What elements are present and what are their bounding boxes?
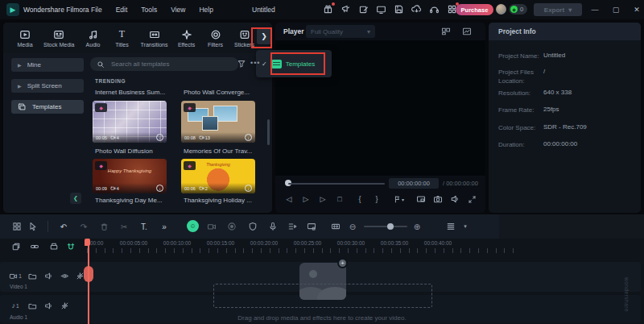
hide-track-icon[interactable] xyxy=(60,271,69,280)
playhead-handle[interactable] xyxy=(84,266,93,282)
playhead-flag[interactable] xyxy=(85,239,90,246)
monitor-icon[interactable] xyxy=(376,4,386,15)
download-icon[interactable]: ↓ xyxy=(245,185,252,192)
play-button[interactable]: ▷ xyxy=(316,193,330,205)
tab-filters[interactable]: Filters xyxy=(205,29,226,48)
more-options-icon[interactable]: ••• xyxy=(250,59,260,67)
maximize-button[interactable]: ▢ xyxy=(605,0,626,19)
previous-frame-button[interactable]: ◁ xyxy=(282,193,296,205)
menu-tools[interactable]: Tools xyxy=(141,6,157,14)
download-icon[interactable]: ↓ xyxy=(156,185,163,192)
cast-display-icon[interactable] xyxy=(414,193,428,205)
tab-titles[interactable]: T Titles xyxy=(112,29,133,48)
collapse-sidebar-button[interactable]: ❮ xyxy=(70,193,81,204)
zoom-slider-handle[interactable] xyxy=(387,223,394,230)
tab-effects[interactable]: Effects xyxy=(176,29,197,48)
headset-icon[interactable] xyxy=(429,4,440,15)
template-card-memories[interactable]: ◆ 00:08 13 ↓ xyxy=(181,101,255,143)
record-button-icon[interactable] xyxy=(226,221,237,232)
quality-dropdown[interactable]: Full Quality▾ xyxy=(306,25,375,38)
volume-icon[interactable] xyxy=(448,193,462,205)
tab-audio[interactable]: Audio xyxy=(83,29,104,48)
ai-assistant-icon[interactable]: ☺ xyxy=(187,220,199,232)
duplicate-icon[interactable] xyxy=(10,241,21,251)
gift-icon[interactable] xyxy=(323,4,333,15)
snapshot-icon[interactable] xyxy=(431,193,445,205)
shield-denoise-icon[interactable] xyxy=(247,221,258,232)
lock-track-icon[interactable] xyxy=(27,271,37,280)
lock-track-icon[interactable] xyxy=(27,301,37,310)
render-preview-icon[interactable] xyxy=(48,241,59,251)
download-icon[interactable]: ↓ xyxy=(245,134,252,141)
current-timecode[interactable]: 00:00:00:00 xyxy=(389,178,439,189)
audio-mixer-icon[interactable] xyxy=(287,221,298,232)
template-card-photo-wall-diffusion[interactable]: ◆ 00:05 4 ↓ xyxy=(93,101,167,143)
track-layout-caret-icon[interactable]: ▾ xyxy=(460,221,471,232)
media-browser-icon[interactable] xyxy=(11,221,23,232)
timeline-ruler-ticks[interactable] xyxy=(87,248,515,253)
mark-out-button[interactable]: } xyxy=(369,193,384,205)
minimize-button[interactable]: — xyxy=(584,0,605,19)
magnetic-timeline-icon[interactable] xyxy=(65,241,76,251)
fullscreen-icon[interactable] xyxy=(464,193,479,205)
undo-icon[interactable]: ↶ xyxy=(58,221,69,232)
screen-record-icon[interactable] xyxy=(306,221,317,232)
track-layout-icon[interactable] xyxy=(445,221,456,232)
mute-track-icon[interactable] xyxy=(43,271,53,280)
credits-pill[interactable]: ◆ 0 xyxy=(509,4,527,15)
select-tool-icon[interactable] xyxy=(27,221,39,232)
cloud-download-icon[interactable] xyxy=(411,4,422,15)
template-title[interactable]: Photo Wall Converge... xyxy=(184,89,261,96)
stop-button[interactable]: □ xyxy=(332,193,347,205)
link-icon[interactable] xyxy=(29,241,39,251)
mute-track-icon[interactable] xyxy=(43,301,53,310)
text-tool-icon[interactable]: T. xyxy=(138,221,150,232)
search-input[interactable] xyxy=(109,60,222,69)
tab-media[interactable]: Media xyxy=(14,29,35,48)
search-bar[interactable] xyxy=(90,57,238,71)
close-button[interactable]: ✕ xyxy=(626,0,644,19)
user-avatar[interactable] xyxy=(496,4,506,15)
template-title[interactable]: Thanksgiving Day Me... xyxy=(95,197,172,204)
seek-bar[interactable] xyxy=(288,183,385,185)
add-media-icon[interactable]: + xyxy=(337,258,348,268)
split-view-icon[interactable] xyxy=(441,27,451,36)
template-title[interactable]: Memories Of Our Trav... xyxy=(184,147,261,155)
tab-transitions[interactable]: Transitions xyxy=(141,29,168,48)
zoom-out-icon[interactable]: ⊖ xyxy=(347,221,358,232)
template-title[interactable]: Thanksgiving Holiday ... xyxy=(184,197,261,204)
template-card-thanksgiving-holiday[interactable]: Thanksgiving ◆ 00:06 2 ↓ xyxy=(181,159,255,193)
media-scrollbar[interactable] xyxy=(267,119,270,145)
sidebar-item-split-screen[interactable]: ▶ Split Screen xyxy=(11,79,84,93)
menu-help[interactable]: Help xyxy=(199,6,213,14)
download-icon[interactable]: ↓ xyxy=(156,134,163,141)
tablet-pen-icon[interactable] xyxy=(358,4,369,15)
purchase-button[interactable]: Purchase xyxy=(456,4,493,15)
drop-zone[interactable] xyxy=(213,284,432,308)
marker-button[interactable]: ▾ xyxy=(388,193,409,205)
sidebar-item-mine[interactable]: ▶ Mine xyxy=(11,58,84,72)
menu-file[interactable]: File xyxy=(91,6,102,14)
save-icon[interactable] xyxy=(394,4,404,15)
menu-view[interactable]: View xyxy=(171,6,185,14)
effects-off-icon[interactable] xyxy=(60,301,69,310)
redo-icon[interactable]: ↷ xyxy=(78,221,89,232)
delete-icon[interactable] xyxy=(98,221,109,232)
next-frame-button[interactable]: ▷ xyxy=(299,193,313,205)
record-camera-icon[interactable] xyxy=(206,221,217,232)
export-button[interactable]: Export▾ xyxy=(534,3,582,16)
more-tools-icon[interactable]: » xyxy=(159,221,170,232)
menu-edit[interactable]: Edit xyxy=(116,6,128,14)
template-title[interactable]: Internet Business Sum... xyxy=(95,89,172,96)
mark-in-button[interactable]: { xyxy=(353,193,367,205)
mark-render-icon[interactable] xyxy=(462,27,472,36)
template-card-thanksgiving-day[interactable]: Happy Thanksgiving ◆ 00:09 4 ↓ xyxy=(93,159,167,193)
zoom-in-icon[interactable]: ⊕ xyxy=(411,221,423,232)
tab-stock-media[interactable]: Stock Media xyxy=(43,29,75,48)
template-title[interactable]: Photo Wall Diffusion xyxy=(95,147,172,155)
zoom-slider[interactable] xyxy=(364,226,407,227)
filter-icon[interactable] xyxy=(237,59,246,69)
voiceover-mic-icon[interactable] xyxy=(267,221,279,232)
sidebar-item-templates[interactable]: Templates xyxy=(11,100,84,114)
fit-timeline-icon[interactable] xyxy=(330,221,341,232)
